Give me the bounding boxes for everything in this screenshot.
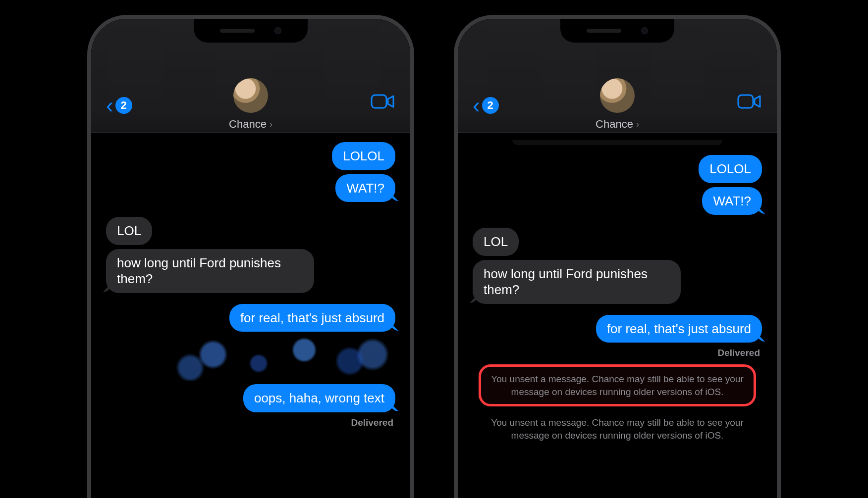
delivered-status: Delivered — [106, 417, 393, 428]
avatar[interactable] — [600, 78, 635, 113]
message-bubble[interactable]: oops, haha, wrong text — [243, 384, 395, 412]
chevron-left-icon: ‹ — [473, 93, 480, 118]
message-bubble[interactable]: for real, that's just absurd — [596, 315, 762, 343]
unsent-notice: You unsent a message. Chance may still b… — [479, 416, 756, 442]
facetime-button[interactable] — [371, 93, 395, 110]
contact-name-button[interactable]: Chance › — [229, 118, 272, 131]
unsent-notice-highlighted: You unsent a message. Chance may still b… — [479, 364, 756, 406]
unsend-shatter-effect — [167, 337, 395, 381]
svg-rect-4 — [738, 95, 753, 108]
message-thread[interactable]: LOLOL WAT!? LOL how long until Ford puni… — [91, 135, 410, 498]
contact-name: Chance — [229, 118, 267, 131]
facetime-button[interactable] — [737, 93, 762, 110]
chevron-right-icon: › — [636, 119, 639, 130]
notch — [560, 19, 674, 43]
chevron-left-icon: ‹ — [106, 93, 113, 118]
message-bubble[interactable]: LOLOL — [699, 155, 762, 183]
message-bubble[interactable]: WAT!? — [702, 187, 762, 215]
avatar[interactable] — [233, 78, 268, 113]
delivered-status: Delivered — [473, 348, 760, 358]
message-bubble[interactable]: WAT!? — [335, 174, 395, 202]
message-bubble[interactable]: LOLOL — [332, 142, 395, 170]
phone-left: ‹ 2 Chance › LOLOL WAT!? LOL how long un… — [87, 15, 414, 498]
unread-badge: 2 — [482, 97, 499, 114]
unread-badge: 2 — [115, 97, 132, 114]
message-thread[interactable]: LOLOL WAT!? LOL how long until Ford puni… — [458, 135, 777, 498]
chevron-right-icon: › — [270, 119, 272, 130]
back-button[interactable]: ‹ 2 — [106, 93, 132, 118]
message-bubble[interactable]: how long until Ford punishes them? — [473, 260, 681, 304]
phone-right: ‹ 2 Chance › LOLOL WAT!? LOL ho — [454, 15, 781, 498]
svg-rect-0 — [372, 95, 386, 108]
message-bubble[interactable]: LOL — [473, 228, 519, 256]
message-bubble[interactable]: how long until Ford punishes them? — [106, 249, 314, 293]
message-bubble[interactable]: LOL — [106, 217, 152, 245]
back-button[interactable]: ‹ 2 — [473, 93, 499, 118]
message-bubble[interactable]: for real, that's just absurd — [229, 304, 395, 332]
notch — [194, 19, 308, 43]
contact-name-button[interactable]: Chance › — [596, 118, 639, 131]
contact-name: Chance — [596, 118, 633, 131]
